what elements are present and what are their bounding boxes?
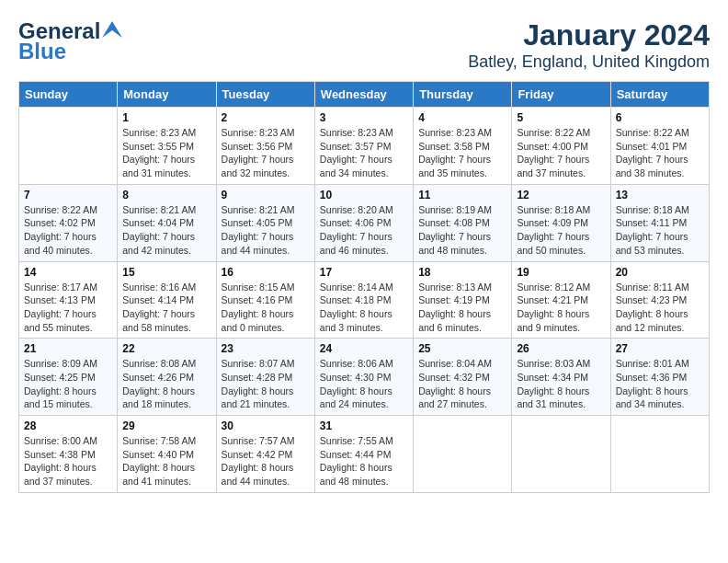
calendar-week-1: 1Sunrise: 8:23 AM Sunset: 3:55 PM Daylig…	[19, 108, 710, 185]
day-number: 19	[517, 266, 605, 279]
day-number: 14	[24, 266, 112, 279]
day-info: Sunrise: 8:21 AM Sunset: 4:05 PM Dayligh…	[222, 203, 310, 258]
calendar-cell: 14Sunrise: 8:17 AM Sunset: 4:13 PM Dayli…	[19, 261, 118, 339]
calendar-cell: 19Sunrise: 8:12 AM Sunset: 4:21 PM Dayli…	[512, 261, 610, 339]
calendar-cell: 27Sunrise: 8:01 AM Sunset: 4:36 PM Dayli…	[610, 339, 709, 416]
day-info: Sunrise: 8:03 AM Sunset: 4:34 PM Dayligh…	[517, 357, 605, 411]
day-number: 11	[418, 189, 506, 201]
calendar-cell: 13Sunrise: 8:18 AM Sunset: 4:11 PM Dayli…	[610, 184, 709, 261]
title-area: January 2024 Batley, England, United Kin…	[468, 18, 710, 72]
day-number: 3	[320, 111, 408, 124]
calendar-cell: 20Sunrise: 8:11 AM Sunset: 4:23 PM Dayli…	[610, 261, 709, 339]
day-info: Sunrise: 8:16 AM Sunset: 4:14 PM Dayligh…	[122, 281, 210, 335]
day-info: Sunrise: 8:22 AM Sunset: 4:00 PM Dayligh…	[517, 126, 605, 180]
calendar-cell: 11Sunrise: 8:19 AM Sunset: 4:08 PM Dayli…	[414, 184, 512, 261]
day-info: Sunrise: 8:08 AM Sunset: 4:26 PM Dayligh…	[122, 357, 210, 411]
weekday-header-row: SundayMondayTuesdayWednesdayThursdayFrid…	[19, 82, 710, 108]
calendar-cell: 3Sunrise: 8:23 AM Sunset: 3:57 PM Daylig…	[314, 108, 413, 185]
day-number: 5	[517, 111, 605, 124]
calendar-cell: 10Sunrise: 8:20 AM Sunset: 4:06 PM Dayli…	[314, 184, 413, 261]
calendar-cell	[512, 416, 610, 493]
month-title: January 2024	[468, 18, 710, 52]
day-number: 16	[222, 266, 310, 279]
day-number: 30	[222, 419, 310, 432]
day-info: Sunrise: 8:01 AM Sunset: 4:36 PM Dayligh…	[616, 357, 704, 411]
day-info: Sunrise: 8:09 AM Sunset: 4:25 PM Dayligh…	[24, 357, 112, 411]
calendar-cell: 25Sunrise: 8:04 AM Sunset: 4:32 PM Dayli…	[414, 339, 512, 416]
calendar-cell	[610, 416, 709, 493]
day-info: Sunrise: 7:57 AM Sunset: 4:42 PM Dayligh…	[222, 434, 310, 488]
calendar-table: SundayMondayTuesdayWednesdayThursdayFrid…	[18, 81, 710, 493]
day-info: Sunrise: 8:22 AM Sunset: 4:01 PM Dayligh…	[616, 126, 704, 180]
calendar-cell: 4Sunrise: 8:23 AM Sunset: 3:58 PM Daylig…	[414, 108, 512, 185]
day-info: Sunrise: 8:17 AM Sunset: 4:13 PM Dayligh…	[24, 281, 112, 335]
day-number: 18	[418, 266, 506, 279]
day-number: 8	[122, 189, 210, 201]
calendar-cell: 5Sunrise: 8:22 AM Sunset: 4:00 PM Daylig…	[512, 108, 610, 185]
day-number: 15	[122, 266, 210, 279]
day-number: 26	[517, 342, 605, 355]
calendar-cell	[414, 416, 512, 493]
day-info: Sunrise: 8:23 AM Sunset: 3:57 PM Dayligh…	[320, 126, 408, 180]
calendar-cell: 21Sunrise: 8:09 AM Sunset: 4:25 PM Dayli…	[19, 339, 118, 416]
day-number: 24	[320, 342, 408, 355]
day-info: Sunrise: 7:55 AM Sunset: 4:44 PM Dayligh…	[320, 434, 408, 488]
day-info: Sunrise: 8:04 AM Sunset: 4:32 PM Dayligh…	[418, 357, 506, 411]
calendar-cell: 30Sunrise: 7:57 AM Sunset: 4:42 PM Dayli…	[216, 416, 314, 493]
day-info: Sunrise: 8:11 AM Sunset: 4:23 PM Dayligh…	[616, 281, 704, 335]
calendar-cell: 22Sunrise: 8:08 AM Sunset: 4:26 PM Dayli…	[118, 339, 216, 416]
day-number: 23	[222, 342, 310, 355]
calendar-week-4: 21Sunrise: 8:09 AM Sunset: 4:25 PM Dayli…	[19, 339, 710, 416]
calendar-cell: 23Sunrise: 8:07 AM Sunset: 4:28 PM Dayli…	[216, 339, 314, 416]
calendar-cell	[19, 108, 118, 185]
day-info: Sunrise: 8:18 AM Sunset: 4:11 PM Dayligh…	[616, 203, 704, 258]
weekday-header-wednesday: Wednesday	[314, 82, 413, 108]
calendar-cell: 28Sunrise: 8:00 AM Sunset: 4:38 PM Dayli…	[19, 416, 118, 493]
day-number: 21	[24, 342, 112, 355]
day-number: 25	[418, 342, 506, 355]
day-number: 7	[24, 189, 112, 201]
day-number: 12	[517, 189, 605, 201]
weekday-header-sunday: Sunday	[19, 82, 118, 108]
day-info: Sunrise: 8:15 AM Sunset: 4:16 PM Dayligh…	[222, 281, 310, 335]
day-number: 4	[418, 111, 506, 124]
calendar-cell: 26Sunrise: 8:03 AM Sunset: 4:34 PM Dayli…	[512, 339, 610, 416]
calendar-cell: 9Sunrise: 8:21 AM Sunset: 4:05 PM Daylig…	[216, 184, 314, 261]
calendar-week-3: 14Sunrise: 8:17 AM Sunset: 4:13 PM Dayli…	[19, 261, 710, 339]
day-number: 17	[320, 266, 408, 279]
calendar-cell: 1Sunrise: 8:23 AM Sunset: 3:55 PM Daylig…	[118, 108, 216, 185]
weekday-header-monday: Monday	[118, 82, 216, 108]
day-number: 27	[616, 342, 704, 355]
day-info: Sunrise: 8:06 AM Sunset: 4:30 PM Dayligh…	[320, 357, 408, 411]
calendar-week-2: 7Sunrise: 8:22 AM Sunset: 4:02 PM Daylig…	[19, 184, 710, 261]
svg-marker-0	[102, 21, 122, 38]
logo-bird-icon	[102, 21, 122, 38]
day-number: 10	[320, 189, 408, 201]
day-info: Sunrise: 8:07 AM Sunset: 4:28 PM Dayligh…	[222, 357, 310, 411]
day-info: Sunrise: 8:23 AM Sunset: 3:58 PM Dayligh…	[418, 126, 506, 180]
day-info: Sunrise: 8:19 AM Sunset: 4:08 PM Dayligh…	[418, 203, 506, 258]
day-number: 22	[122, 342, 210, 355]
calendar-cell: 8Sunrise: 8:21 AM Sunset: 4:04 PM Daylig…	[118, 184, 216, 261]
day-info: Sunrise: 8:12 AM Sunset: 4:21 PM Dayligh…	[517, 281, 605, 335]
calendar-body: 1Sunrise: 8:23 AM Sunset: 3:55 PM Daylig…	[19, 108, 710, 493]
weekday-header-thursday: Thursday	[414, 82, 512, 108]
day-info: Sunrise: 8:20 AM Sunset: 4:06 PM Dayligh…	[320, 203, 408, 258]
day-info: Sunrise: 8:13 AM Sunset: 4:19 PM Dayligh…	[418, 281, 506, 335]
calendar-cell: 6Sunrise: 8:22 AM Sunset: 4:01 PM Daylig…	[610, 108, 709, 185]
calendar-cell: 17Sunrise: 8:14 AM Sunset: 4:18 PM Dayli…	[314, 261, 413, 339]
day-info: Sunrise: 7:58 AM Sunset: 4:40 PM Dayligh…	[122, 434, 210, 488]
calendar-header: SundayMondayTuesdayWednesdayThursdayFrid…	[19, 82, 710, 108]
weekday-header-friday: Friday	[512, 82, 610, 108]
logo: General Blue	[18, 18, 122, 64]
weekday-header-tuesday: Tuesday	[216, 82, 314, 108]
day-number: 1	[122, 111, 210, 124]
day-info: Sunrise: 8:23 AM Sunset: 3:55 PM Dayligh…	[122, 126, 210, 180]
day-info: Sunrise: 8:14 AM Sunset: 4:18 PM Dayligh…	[320, 281, 408, 335]
day-number: 31	[320, 419, 408, 432]
day-number: 6	[616, 111, 704, 124]
calendar-cell: 12Sunrise: 8:18 AM Sunset: 4:09 PM Dayli…	[512, 184, 610, 261]
calendar-week-5: 28Sunrise: 8:00 AM Sunset: 4:38 PM Dayli…	[19, 416, 710, 493]
logo-blue: Blue	[18, 39, 66, 64]
calendar-cell: 7Sunrise: 8:22 AM Sunset: 4:02 PM Daylig…	[19, 184, 118, 261]
